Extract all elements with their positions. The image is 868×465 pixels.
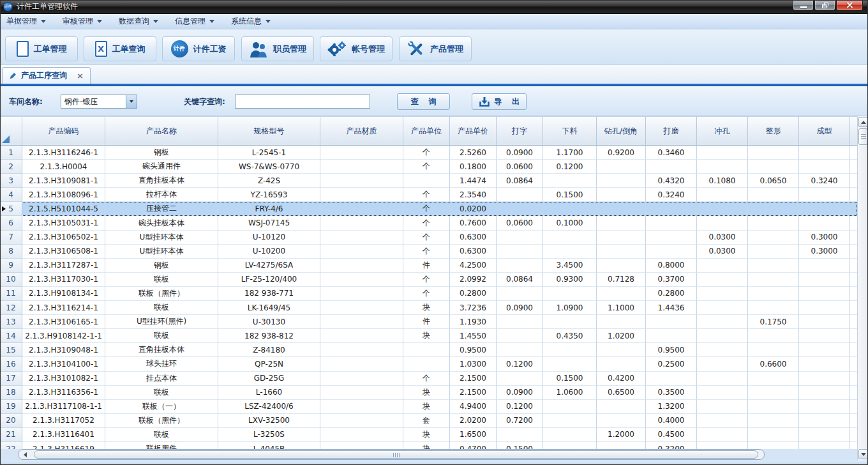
table-cell: [697, 146, 748, 160]
table-row[interactable]: 62.1.3.H3105031-1碗头挂板本体WSJ-07145个0.76000…: [0, 216, 857, 230]
column-header[interactable]: 成型: [799, 116, 850, 146]
table-cell: 块: [403, 442, 450, 449]
table-row[interactable]: 122.1.3.H3116214-1联板LK-1649/45块3.72360.0…: [0, 301, 857, 315]
table-row[interactable]: 172.1.3.H3101082-1挂点本体GD-25G个2.15000.150…: [0, 372, 857, 386]
titlebar: 计件 计件工单管理软件: [0, 0, 868, 14]
column-header[interactable]: 规格型号: [218, 116, 320, 146]
table-row[interactable]: 32.1.3.H3109081-1直角挂板本体Z-42S1.44740.0864…: [0, 174, 857, 188]
horizontal-scrollbar[interactable]: [18, 449, 765, 460]
query-button[interactable]: 查 询: [397, 93, 450, 110]
workshop-dropdown[interactable]: 钢件-锻压: [61, 95, 137, 109]
table-cell: 0.9300: [543, 273, 597, 287]
table-row[interactable]: 132.1.3.H3106165-1U型挂环(黑件)U-30130件1.1930…: [0, 315, 857, 329]
table-cell: [543, 174, 597, 188]
menu-item-shuju[interactable]: 数据查询: [119, 16, 158, 27]
table-cell: 2.1.3.H3106502-1: [22, 231, 105, 245]
table-row[interactable]: 52.1.5.H5101044-5压接管二FRY-4/6个0.0200: [0, 202, 857, 216]
table-row[interactable]: 92.1.3.H3117287-1钢板LV-4275/6SA件4.25003.4…: [0, 259, 857, 273]
horizontal-scroll-thumb[interactable]: [34, 450, 758, 459]
table-cell: [320, 287, 403, 301]
column-header[interactable]: 打字: [497, 116, 543, 146]
table-cell: [597, 259, 646, 273]
table-row[interactable]: 142.1.3.H9108142-1-1联板182 938-812块1.4550…: [0, 329, 857, 343]
piecework-wage-button[interactable]: 计件 计件工资: [162, 36, 235, 61]
table-cell: 2.1.3.H3117287-1: [22, 259, 105, 273]
scroll-left-button[interactable]: [20, 451, 29, 459]
arrow-down-icon: [861, 453, 866, 456]
table-cell: [799, 400, 850, 414]
corner-triangle-icon: [2, 135, 10, 143]
column-header[interactable]: 打磨: [646, 116, 697, 146]
column-header[interactable]: 产品编码: [22, 116, 105, 146]
table-cell: 0.3000: [799, 245, 850, 259]
restore-button[interactable]: [814, 0, 835, 11]
product-manage-button[interactable]: 产品管理: [399, 36, 472, 61]
menu-item-xitong[interactable]: 系统信息: [231, 16, 271, 27]
column-header[interactable]: 冲孔: [697, 116, 748, 146]
menu-item-xinxi[interactable]: 信息管理: [175, 16, 214, 27]
table-cell: [697, 400, 748, 414]
tab-product-process-query[interactable]: 产品工序查询 ×: [2, 67, 91, 84]
table-row[interactable]: 192.1.3.H3117108-1-1联板（一）LSZ-42400/6块4.9…: [0, 400, 857, 414]
workorder-query-button[interactable]: X 工单查询: [84, 36, 156, 61]
table-cell: 2.1.3.H3117052: [22, 414, 105, 428]
table-row[interactable]: 202.1.3.H3117052联板（黑件）LXV-32500套2.02000.…: [0, 414, 857, 428]
table-cell: 拉杆本体: [105, 188, 218, 202]
column-header[interactable]: 下料: [543, 116, 597, 146]
table-cell: 0.1500: [543, 188, 597, 202]
close-button[interactable]: [836, 0, 863, 11]
column-header[interactable]: 产品单价: [450, 116, 497, 146]
table-row[interactable]: 162.1.3.H3104100-1球头挂环QP-25N1.03000.1200…: [0, 357, 857, 371]
table-cell: 2.1.3.H3116619: [22, 442, 105, 449]
table-cell: [748, 202, 799, 216]
keyword-input[interactable]: [235, 95, 370, 109]
table-cell: [543, 428, 597, 442]
vertical-scroll-thumb[interactable]: [858, 128, 868, 145]
vertical-scrollbar[interactable]: [857, 116, 868, 461]
table-row[interactable]: 22.1.3.H0004碗头通用件WS-7&WS-0770个0.18000.06…: [0, 160, 857, 174]
column-header[interactable]: 钻孔/倒角: [597, 116, 646, 146]
table-row[interactable]: 42.1.3.H3108096-1拉杆本体YZ-16593个2.35400.15…: [0, 188, 857, 202]
column-header[interactable]: 产品单位: [403, 116, 450, 146]
scroll-down-button[interactable]: [858, 449, 868, 459]
status-strip: [0, 461, 868, 465]
minimize-button[interactable]: [793, 0, 814, 11]
table-cell: [748, 343, 799, 357]
table-cell-filler: [850, 287, 857, 301]
table-cell: [799, 287, 850, 301]
workorder-manage-button[interactable]: 工单管理: [5, 36, 78, 61]
menu-item-shenhe[interactable]: 审核管理: [63, 16, 102, 27]
scroll-up-button[interactable]: [858, 117, 868, 127]
column-header[interactable]: 产品材质: [320, 116, 403, 146]
export-button[interactable]: 导 出: [472, 93, 527, 110]
column-header[interactable]: 产品名称: [105, 116, 218, 146]
table-row[interactable]: 222.1.3.H3116619联板黑件L-4045B块0.47000.1500…: [0, 442, 857, 449]
table-cell: [799, 357, 850, 371]
table-row[interactable]: 212.1.3.H3116401联板L-3250S块1.65001.20000.…: [0, 428, 857, 442]
row-number: 17: [0, 372, 22, 386]
table-row[interactable]: 72.1.3.H3106502-1U型挂环本体U-10120个0.63000.0…: [0, 231, 857, 245]
table-cell: [748, 188, 799, 202]
menubar: 单据管理 审核管理 数据查询 信息管理 系统信息: [0, 14, 868, 29]
excel-doc-icon: X: [95, 41, 107, 57]
table-cell: [748, 216, 799, 230]
table-cell: [799, 259, 850, 273]
table-row[interactable]: 152.1.3.H3109048-1直角挂板本体Z-841800.95000.9…: [0, 343, 857, 357]
table-cell: [543, 343, 597, 357]
table-row[interactable]: 182.1.3.H3116356-1联板L-1660块2.15000.09001…: [0, 386, 857, 400]
table-cell: 挂点本体: [105, 372, 218, 386]
table-cell: [320, 315, 403, 329]
menu-item-danju[interactable]: 单据管理: [6, 16, 46, 27]
tab-close-icon[interactable]: ×: [77, 71, 84, 80]
dropdown-arrow-button[interactable]: [126, 95, 137, 108]
column-header[interactable]: 整形: [748, 116, 799, 146]
select-all-corner[interactable]: [0, 116, 22, 146]
table-row[interactable]: 102.1.3.H3117030-1联板LF-25-120/400个2.0992…: [0, 273, 857, 287]
table-cell: 0.2500: [646, 357, 697, 371]
table-row[interactable]: 12.1.3.H3116246-1钢板L-2545-1个2.52600.0900…: [0, 146, 857, 160]
table-row[interactable]: 82.1.3.H3106508-1U型挂环本体U-10200个0.63000.0…: [0, 245, 857, 259]
table-row[interactable]: 112.1.3.H9108134-1联板（黑件）182 938-771个0.28…: [0, 287, 857, 301]
staff-manage-button[interactable]: 职员管理: [241, 36, 314, 61]
account-manage-button[interactable]: 帐号管理: [320, 36, 393, 61]
table-cell: 0.3240: [799, 174, 850, 188]
